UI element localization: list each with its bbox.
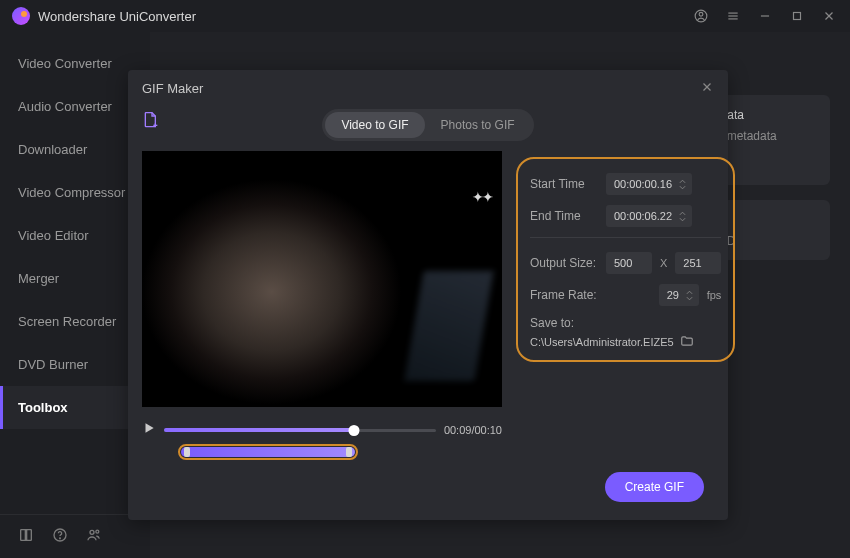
chevron-down-icon[interactable] <box>679 185 686 190</box>
frame-rate-stepper[interactable]: 29 <box>659 284 699 306</box>
output-size-label: Output Size: <box>530 256 598 270</box>
svg-point-10 <box>60 538 61 539</box>
play-button[interactable] <box>142 421 156 438</box>
community-icon[interactable] <box>86 527 102 546</box>
end-time-value: 00:00:06.22 <box>614 210 675 222</box>
help-icon[interactable] <box>52 527 68 546</box>
chevron-up-icon[interactable] <box>679 179 686 184</box>
output-width-value: 500 <box>614 257 646 269</box>
end-time-label: End Time <box>530 209 598 223</box>
chevron-up-icon[interactable] <box>679 211 686 216</box>
create-gif-button[interactable]: Create GIF <box>605 472 704 502</box>
browse-folder-icon[interactable] <box>680 334 694 350</box>
seek-thumb[interactable] <box>349 425 360 436</box>
add-file-icon[interactable] <box>142 110 158 133</box>
start-time-label: Start Time <box>530 177 598 191</box>
svg-point-1 <box>699 12 703 16</box>
video-still <box>142 151 502 407</box>
dialog-title: GIF Maker <box>142 81 700 96</box>
tab-video-to-gif[interactable]: Video to GIF <box>325 112 424 138</box>
start-time-stepper[interactable]: 00:00:00.16 <box>606 173 692 195</box>
svg-point-12 <box>96 530 99 533</box>
app-title: Wondershare UniConverter <box>38 9 692 24</box>
maximize-icon[interactable] <box>788 7 806 25</box>
close-dialog-icon[interactable] <box>700 80 714 97</box>
start-time-value: 00:00:00.16 <box>614 178 675 190</box>
svg-point-11 <box>90 530 94 534</box>
watermark-icon: ✦✦ <box>472 189 492 205</box>
output-height-stepper[interactable]: 251 <box>675 252 721 274</box>
tab-photos-to-gif[interactable]: Photos to GIF <box>425 112 531 138</box>
chevron-up-icon[interactable] <box>686 290 693 295</box>
svg-rect-18 <box>184 447 190 457</box>
frame-rate-value: 29 <box>667 289 682 301</box>
app-logo <box>12 7 30 25</box>
save-to-label: Save to: <box>530 316 721 330</box>
playback-time: 00:09/00:10 <box>444 424 502 436</box>
chevron-down-icon[interactable] <box>679 217 686 222</box>
frame-rate-label: Frame Rate: <box>530 288 598 302</box>
size-x: X <box>660 257 667 269</box>
menu-icon[interactable] <box>724 7 742 25</box>
range-handle-end[interactable] <box>345 446 353 458</box>
settings-panel: Start Time 00:00:00.16 End Time 00:00:06… <box>516 157 735 362</box>
chevron-down-icon[interactable] <box>686 296 693 301</box>
svg-rect-6 <box>794 13 801 20</box>
fps-unit: fps <box>707 289 722 301</box>
video-preview[interactable]: ✦✦ <box>142 151 502 407</box>
clip-range-selector[interactable] <box>178 444 358 460</box>
save-path-text: C:\Users\Administrator.EIZE5 <box>530 336 674 348</box>
close-window-icon[interactable] <box>820 7 838 25</box>
gif-maker-dialog: GIF Maker Video to GIF Photos to GIF ✦✦ <box>128 70 728 520</box>
output-height-value: 251 <box>683 257 715 269</box>
range-handle-start[interactable] <box>183 446 191 458</box>
output-width-stepper[interactable]: 500 <box>606 252 652 274</box>
end-time-stepper[interactable]: 00:00:06.22 <box>606 205 692 227</box>
svg-marker-17 <box>146 423 154 432</box>
svg-rect-19 <box>346 447 352 457</box>
minimize-icon[interactable] <box>756 7 774 25</box>
tutorial-icon[interactable] <box>18 527 34 546</box>
account-icon[interactable] <box>692 7 710 25</box>
seek-slider[interactable] <box>164 422 436 438</box>
